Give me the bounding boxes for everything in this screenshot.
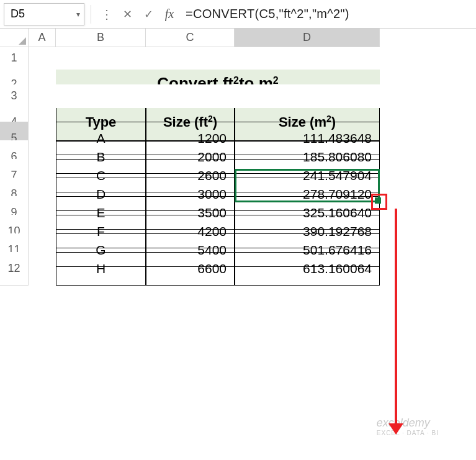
- watermark-tag: EXCEL · DATA · BI: [377, 430, 439, 436]
- row-head-12[interactable]: 12: [0, 252, 29, 286]
- col-head-a[interactable]: A: [29, 29, 56, 47]
- autofill-arrow: [395, 209, 397, 433]
- col-head-d[interactable]: D: [235, 29, 380, 47]
- select-all-corner[interactable]: [0, 29, 29, 47]
- watermark-brand: exceldemy: [377, 417, 430, 429]
- cell-d12[interactable]: 613.160064: [235, 252, 380, 286]
- col-head-b[interactable]: B: [56, 29, 146, 47]
- cell-b12[interactable]: H: [56, 252, 146, 286]
- cell-c12[interactable]: 6600: [146, 252, 235, 286]
- chevron-down-icon[interactable]: ▾: [76, 10, 80, 19]
- spreadsheet-grid[interactable]: A B C D 1 2 Convert ft2 to m2 3 4 Type S…: [0, 29, 476, 271]
- separator: [91, 5, 91, 24]
- cancel-icon[interactable]: ✕: [119, 6, 136, 23]
- fx-icon[interactable]: fx: [161, 6, 178, 23]
- name-box-value: D5: [11, 7, 25, 20]
- name-box[interactable]: D5 ▾: [4, 3, 84, 25]
- more-icon[interactable]: ⋮: [97, 6, 115, 23]
- formula-bar-row: D5 ▾ ⋮ ✕ ✓ fx: [0, 0, 476, 29]
- enter-icon[interactable]: ✓: [140, 6, 157, 23]
- formula-input[interactable]: [182, 3, 472, 25]
- col-head-c[interactable]: C: [146, 29, 235, 47]
- watermark: exceldemy EXCEL · DATA · BI: [377, 417, 439, 436]
